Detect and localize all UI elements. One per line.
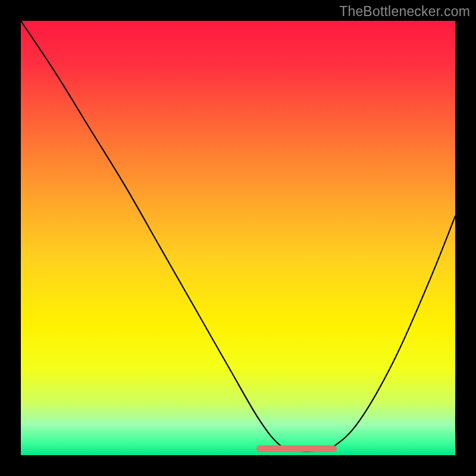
chart-frame: TheBottlenecker.com xyxy=(0,0,476,476)
bottleneck-curve xyxy=(21,21,455,452)
plot-area xyxy=(21,21,455,455)
curve-layer xyxy=(21,21,455,455)
watermark-text: TheBottlenecker.com xyxy=(339,4,470,20)
